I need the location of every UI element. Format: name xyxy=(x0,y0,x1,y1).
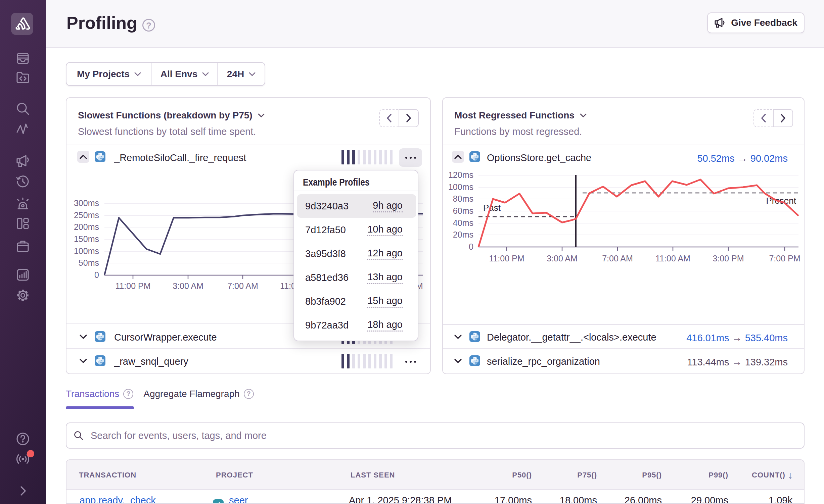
svg-text:7:00 PM: 7:00 PM xyxy=(769,254,800,263)
svg-text:7:00 AM: 7:00 AM xyxy=(602,254,633,263)
svg-text:0: 0 xyxy=(94,270,99,280)
svg-text:100ms: 100ms xyxy=(448,182,473,192)
svg-text:3:00 PM: 3:00 PM xyxy=(713,254,744,263)
svg-text:11:00 PM: 11:00 PM xyxy=(115,281,150,291)
svg-text:250ms: 250ms xyxy=(74,210,99,220)
svg-text:120ms: 120ms xyxy=(448,170,473,180)
svg-text:11:00 PM: 11:00 PM xyxy=(489,254,524,263)
svg-text:11:00 AM: 11:00 AM xyxy=(655,254,690,263)
svg-text:50ms: 50ms xyxy=(79,258,99,267)
svg-text:0: 0 xyxy=(469,242,473,251)
svg-text:200ms: 200ms xyxy=(74,222,99,232)
svg-text:80ms: 80ms xyxy=(453,194,473,203)
svg-text:150ms: 150ms xyxy=(74,234,99,244)
svg-text:40ms: 40ms xyxy=(453,218,473,228)
svg-text:100ms: 100ms xyxy=(74,246,99,256)
svg-text:300ms: 300ms xyxy=(74,198,99,208)
svg-text:3:00 AM: 3:00 AM xyxy=(547,254,578,263)
svg-text:7:00 AM: 7:00 AM xyxy=(227,281,258,291)
svg-text:20ms: 20ms xyxy=(453,230,473,239)
svg-text:60ms: 60ms xyxy=(453,206,473,215)
svg-text:3:00 AM: 3:00 AM xyxy=(173,281,203,291)
